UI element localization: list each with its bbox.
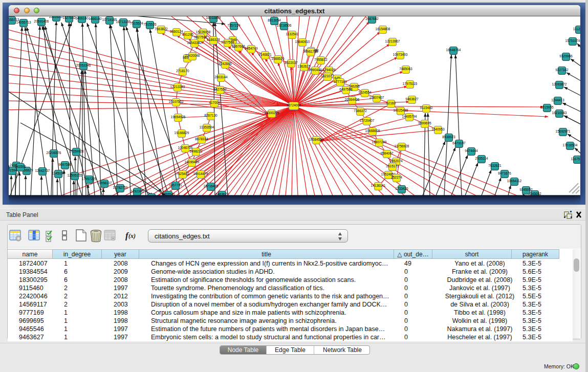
- svg-text:1527602: 1527602: [62, 16, 76, 19]
- svg-text:19756928: 19756928: [395, 144, 409, 148]
- svg-text:1362615: 1362615: [297, 64, 311, 68]
- svg-text:2718170: 2718170: [176, 69, 189, 73]
- svg-text:12505155: 12505155: [68, 173, 82, 177]
- svg-text:9327508: 9327508: [221, 40, 234, 44]
- svg-text:14495794: 14495794: [402, 115, 417, 118]
- svg-text:12093872: 12093872: [552, 82, 567, 86]
- svg-text:16914479: 16914479: [193, 172, 208, 176]
- svg-text:16210043: 16210043: [552, 111, 567, 115]
- svg-text:19654925: 19654925: [171, 115, 186, 119]
- svg-text:17975115: 17975115: [403, 82, 418, 85]
- svg-text:22420046: 22420046: [185, 54, 200, 57]
- svg-text:12213967: 12213967: [385, 39, 400, 43]
- svg-text:18724007: 18724007: [287, 103, 301, 107]
- svg-text:14136141: 14136141: [371, 184, 386, 187]
- svg-text:2803144: 2803144: [214, 75, 228, 79]
- svg-text:3498222: 3498222: [189, 149, 203, 153]
- svg-text:1167534: 1167534: [571, 157, 580, 161]
- svg-text:16099489: 16099489: [185, 160, 200, 164]
- svg-text:15226058: 15226058: [196, 30, 211, 34]
- svg-text:19218506: 19218506: [277, 24, 292, 27]
- svg-text:8990448: 8990448: [309, 68, 322, 72]
- svg-text:12213383: 12213383: [170, 85, 185, 89]
- svg-text:9146821: 9146821: [258, 53, 272, 56]
- svg-text:9242845: 9242845: [219, 62, 232, 65]
- svg-text:7485063: 7485063: [399, 67, 412, 71]
- svg-text:9115460: 9115460: [420, 106, 433, 110]
- svg-text:8322037: 8322037: [285, 61, 298, 64]
- svg-text:9777169: 9777169: [334, 80, 347, 83]
- svg-text:20206576: 20206576: [47, 151, 61, 155]
- svg-text:6794028: 6794028: [322, 68, 336, 72]
- svg-text:16713155: 16713155: [116, 20, 131, 24]
- svg-text:10653267: 10653267: [49, 16, 64, 18]
- svg-text:17016504: 17016504: [563, 143, 578, 147]
- svg-text:8427552: 8427552: [213, 87, 227, 91]
- svg-text:62160: 62160: [386, 101, 396, 105]
- svg-text:8813054: 8813054: [268, 18, 281, 22]
- svg-text:9827503: 9827503: [194, 35, 207, 39]
- svg-text:8267130: 8267130: [204, 114, 217, 117]
- svg-text:9463627: 9463627: [405, 97, 419, 101]
- svg-text:8454749: 8454749: [245, 47, 258, 50]
- svg-text:1132541: 1132541: [286, 32, 299, 36]
- svg-text:9245052: 9245052: [519, 188, 533, 191]
- svg-text:16543382: 16543382: [187, 41, 202, 45]
- svg-text:7515524: 7515524: [130, 21, 143, 25]
- svg-text:15692971: 15692971: [556, 129, 571, 133]
- svg-text:14055713: 14055713: [16, 20, 31, 24]
- svg-text:15716485: 15716485: [204, 184, 219, 188]
- svg-text:1244413: 1244413: [551, 98, 564, 102]
- svg-text:9457791: 9457791: [169, 183, 182, 187]
- svg-text:891295: 891295: [182, 33, 193, 36]
- svg-text:16782759: 16782759: [113, 186, 128, 189]
- svg-text:9699695: 9699695: [418, 121, 431, 125]
- svg-text:6479197: 6479197: [452, 141, 466, 145]
- svg-text:16033809: 16033809: [206, 16, 221, 19]
- svg-text:16107553: 16107553: [169, 100, 184, 103]
- svg-text:1652074: 1652074: [389, 159, 403, 163]
- svg-text:10961758: 10961758: [303, 50, 318, 53]
- svg-text:1640953: 1640953: [431, 127, 445, 131]
- svg-text:16648764: 16648764: [446, 48, 461, 52]
- svg-text:20053346: 20053346: [76, 63, 91, 67]
- svg-text:7625402: 7625402: [176, 172, 189, 176]
- svg-text:2087682: 2087682: [365, 17, 379, 20]
- svg-text:19166829: 19166829: [175, 131, 189, 135]
- svg-text:10973493: 10973493: [393, 53, 408, 56]
- svg-text:12942737: 12942737: [35, 169, 50, 172]
- svg-text:8186328: 8186328: [207, 38, 220, 41]
- svg-text:1733426: 1733426: [395, 187, 408, 190]
- svg-text:15751074: 15751074: [565, 39, 580, 42]
- svg-text:1145194: 1145194: [52, 171, 65, 175]
- svg-text:10654112: 10654112: [507, 179, 522, 183]
- svg-text:6466160: 6466160: [75, 16, 89, 20]
- svg-text:1292345: 1292345: [130, 189, 144, 193]
- svg-text:1615172: 1615172: [386, 164, 399, 168]
- svg-text:10046706: 10046706: [178, 146, 193, 149]
- svg-text:10719185: 10719185: [102, 18, 117, 21]
- svg-text:943506: 943506: [15, 165, 26, 168]
- svg-text:7632621: 7632621: [488, 164, 502, 167]
- svg-text:7357224: 7357224: [227, 24, 241, 27]
- svg-text:20691406: 20691406: [34, 19, 49, 23]
- svg-text:6466160: 6466160: [89, 17, 102, 20]
- svg-text:10807467: 10807467: [369, 96, 384, 99]
- svg-text:9474444: 9474444: [465, 149, 478, 152]
- svg-text:10958107: 10958107: [97, 181, 112, 185]
- svg-text:8471676: 8471676: [498, 171, 511, 175]
- svg-text:2867608: 2867608: [232, 45, 245, 48]
- svg-text:15720407: 15720407: [360, 119, 375, 122]
- svg-text:19384554: 19384554: [309, 138, 324, 141]
- svg-text:9584067: 9584067: [380, 151, 394, 155]
- svg-text:8660124: 8660124: [170, 30, 183, 33]
- svg-text:7663822: 7663822: [155, 27, 168, 31]
- svg-text:10025488: 10025488: [394, 108, 408, 112]
- svg-text:8215955: 8215955: [540, 105, 554, 109]
- svg-text:18300295: 18300295: [265, 111, 279, 115]
- svg-text:252274: 252274: [391, 176, 402, 179]
- svg-text:1112571: 1112571: [573, 27, 580, 31]
- svg-text:7955812: 7955812: [314, 58, 328, 61]
- svg-text:10688609: 10688609: [365, 129, 380, 133]
- svg-text:8678334: 8678334: [195, 137, 208, 141]
